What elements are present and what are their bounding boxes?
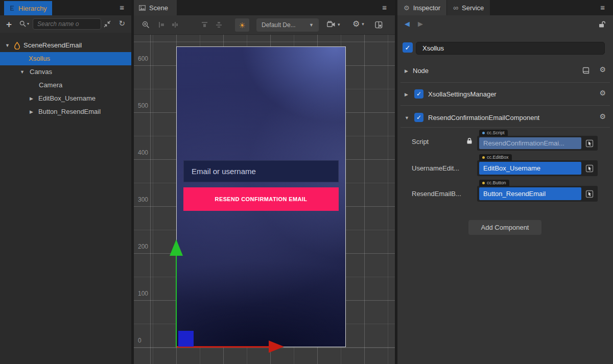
expand-arrow-icon[interactable]: ▶: [30, 92, 33, 105]
camera-icon: [327, 21, 336, 28]
cocos-creator-editor: Hierarchy ≡ + ▾ ↻ ▼ Sc: [0, 0, 613, 364]
expand-arrow-icon[interactable]: ▶: [405, 92, 408, 97]
search-input[interactable]: [33, 18, 101, 30]
scene-menu-icon[interactable]: ≡: [382, 4, 387, 11]
layout-split-icon[interactable]: [375, 21, 383, 29]
node-active-checkbox[interactable]: ✓: [403, 42, 413, 53]
node-prefab-book-icon[interactable]: [582, 67, 590, 76]
resend-button-value[interactable]: Button_ResendEmail: [479, 187, 581, 200]
inspector-panel: ⚙ Inspector ∞ Service ≡ ◀ ▶ ✓ Xsollus ▶ …: [397, 0, 613, 364]
divider: [400, 127, 610, 128]
tree-label: Button_ResendEmail: [38, 105, 101, 118]
hierarchy-tabbar: Hierarchy ≡: [0, 0, 131, 15]
history-forward-button[interactable]: ▶: [418, 20, 423, 27]
tree-row-canvas[interactable]: ▼ Canvas: [0, 65, 131, 79]
ruler-label: 400: [138, 149, 148, 156]
scene-settings-dropdown[interactable]: ⚙ ▾: [352, 20, 364, 28]
create-node-button[interactable]: +: [6, 19, 12, 29]
component-gear-icon[interactable]: ⚙: [599, 89, 606, 96]
type-chip: cc.Button: [479, 180, 509, 186]
unlock-icon[interactable]: [598, 20, 606, 30]
gear-icon: ⚙: [352, 20, 360, 28]
node-section-header[interactable]: Node: [413, 67, 429, 75]
property-label: ResendEmailB...: [412, 190, 461, 198]
component-enabled-checkbox[interactable]: ✓: [414, 89, 423, 99]
tab-scene[interactable]: Scene: [134, 0, 177, 15]
email-username-field[interactable]: [183, 160, 339, 182]
scene-image-icon: [139, 5, 146, 11]
component-enabled-checkbox[interactable]: ✓: [414, 113, 423, 122]
refresh-icon[interactable]: ↻: [119, 19, 125, 27]
script-value[interactable]: ResendConfirmationEmai...: [479, 137, 581, 149]
check-icon: ✓: [405, 44, 411, 52]
tab-inspector[interactable]: ⚙ Inspector: [397, 0, 446, 15]
collapse-arrow-icon[interactable]: ▼: [405, 115, 409, 120]
hierarchy-tree: ▼ SceneResendEmail Xsollus ▼ Canvas Came…: [0, 33, 131, 364]
expand-arrow-icon[interactable]: ▶: [405, 68, 408, 74]
chevron-down-icon: ▼: [309, 22, 314, 28]
script-field: ResendConfirmationEmai...: [477, 136, 598, 151]
expand-arrow-icon[interactable]: ▼: [20, 65, 25, 79]
expand-arrow-icon[interactable]: ▼: [5, 39, 10, 52]
tree-label: Xsollus: [29, 52, 50, 65]
align-middle-v-icon[interactable]: [216, 21, 222, 28]
resend-component-header[interactable]: ResendConfirmationEmailComponent: [428, 114, 539, 122]
gizmo-x-arrowhead-icon[interactable]: [269, 341, 284, 353]
collapse-all-icon[interactable]: [104, 20, 111, 30]
scene-viewport[interactable]: 600 500 400 300 200 100 0 RESEND CONFIRM…: [134, 35, 395, 364]
ruler-label: 600: [138, 55, 148, 62]
ruler-label: 300: [138, 196, 148, 203]
add-component-button[interactable]: Add Component: [468, 220, 541, 235]
align-left-icon[interactable]: [158, 21, 165, 28]
scene-tabbar: Scene ≡: [134, 0, 395, 15]
gizmo-y-axis[interactable]: [176, 256, 177, 347]
divider: [400, 105, 610, 106]
scene-asset-icon: [14, 42, 20, 50]
scene-toolbar: ☀ Default De... ▼ ▾ ⚙ ▾: [134, 15, 395, 35]
resend-button-field: Button_ResendEmail: [477, 186, 598, 202]
lighting-toggle-button[interactable]: ☀: [235, 18, 249, 32]
scene-panel: Scene ≡ ☀ Default De...: [134, 0, 395, 364]
tab-hierarchy[interactable]: Hierarchy: [4, 1, 52, 15]
inspector-tabbar: ⚙ Inspector ∞ Service ≡: [397, 0, 613, 15]
node-picker-button[interactable]: [583, 187, 596, 200]
tree-row-camera[interactable]: Camera: [0, 79, 131, 92]
component-gear-icon[interactable]: ⚙: [599, 113, 606, 120]
node-picker-button[interactable]: [583, 137, 596, 149]
tree-row-xsollus[interactable]: Xsollus: [0, 52, 131, 65]
search-filter-button[interactable]: ▾: [19, 20, 29, 27]
ruler-label: 200: [138, 243, 148, 250]
sun-icon: ☀: [239, 21, 245, 29]
type-dot-icon: [482, 156, 485, 159]
hierarchy-menu-icon[interactable]: ≡: [120, 4, 124, 11]
game-canvas[interactable]: RESEND CONFIRMATION EMAIL: [176, 46, 346, 347]
camera-preview-dropdown[interactable]: ▾: [327, 21, 340, 28]
expand-arrow-icon[interactable]: ▶: [30, 105, 33, 118]
align-center-h-icon[interactable]: [172, 21, 178, 28]
username-editbox-value[interactable]: EditBox_Username: [479, 162, 581, 175]
zoom-region-icon[interactable]: [142, 21, 150, 29]
gizmo-y-arrowhead-icon[interactable]: [170, 239, 183, 256]
tree-label: Camera: [39, 79, 62, 92]
property-label: UsernameEdit...: [412, 164, 459, 172]
history-back-button[interactable]: ◀: [405, 20, 410, 27]
node-gear-icon[interactable]: ⚙: [599, 66, 606, 73]
settings-manager-header[interactable]: XsollaSettingsManager: [428, 90, 497, 98]
inspector-menu-icon[interactable]: ≡: [600, 4, 605, 11]
ruler-label: 0: [138, 337, 142, 344]
tree-row-editbox-username[interactable]: ▶ EditBox_Username: [0, 92, 131, 105]
tree-label: Canvas: [30, 65, 52, 79]
render-mode-dropdown[interactable]: Default De... ▼: [256, 18, 319, 32]
node-picker-button[interactable]: [583, 162, 596, 175]
tree-row-scene[interactable]: ▼ SceneResendEmail: [0, 39, 131, 52]
hierarchy-toolbar: + ▾ ↻: [0, 15, 131, 33]
resend-email-button[interactable]: RESEND CONFIRMATION EMAIL: [183, 187, 339, 211]
type-dot-icon: [482, 182, 485, 184]
username-editbox-field: EditBox_Username: [477, 160, 598, 176]
tab-service[interactable]: ∞ Service: [447, 0, 490, 15]
ruler-label: 100: [138, 290, 148, 297]
align-top-icon[interactable]: [201, 21, 208, 28]
tree-row-button-resendemail[interactable]: ▶ Button_ResendEmail: [0, 105, 131, 118]
origin-anchor-square[interactable]: [178, 331, 194, 347]
node-name-field[interactable]: Xsollus: [416, 42, 605, 55]
